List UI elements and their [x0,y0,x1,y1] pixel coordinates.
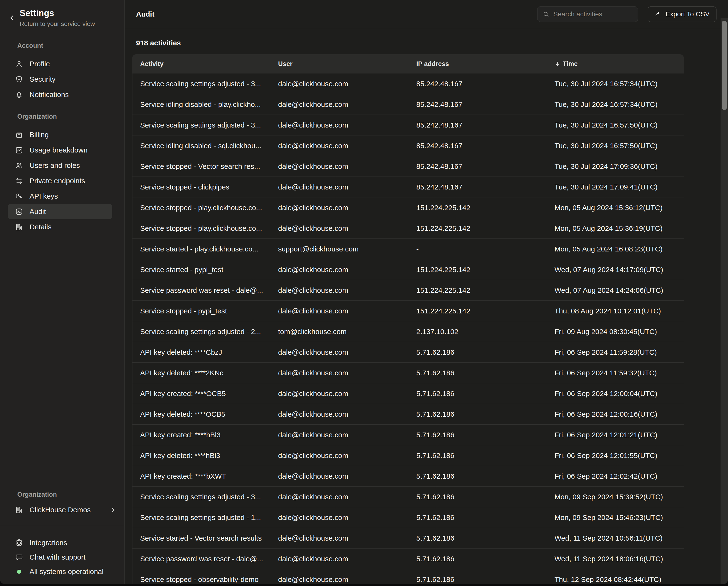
settings-title: Settings [20,8,95,18]
cell-activity: API key created: ****OCB5 [140,390,278,398]
sidebar-item-users-and-roles[interactable]: Users and roles [8,158,112,173]
cell-ip: 151.224.225.142 [416,224,554,233]
cell-ip: 85.242.48.167 [416,80,554,88]
cell-ip: 5.71.62.186 [416,451,554,460]
cell-activity: Service scaling settings adjusted - 2... [140,327,278,336]
person-icon [15,60,23,68]
cell-time: Tue, 30 Jul 2024 16:57:34(UTC) [554,80,684,88]
cell-activity: Service stopped - play.clickhouse.co... [140,204,278,212]
table-row[interactable]: Service stopped - clickpipesdale@clickho… [132,177,684,197]
cell-user: dale@clickhouse.com [278,224,416,233]
sidebar-item-usage-breakdown[interactable]: Usage breakdown [8,142,112,158]
audit-page: Audit Search activities Export To CSV 91… [125,0,728,584]
sidebar-item-label: Profile [29,60,50,68]
table-row[interactable]: Service scaling settings adjusted - 3...… [132,115,684,136]
vertical-scrollbar-track[interactable] [721,18,728,584]
table-row[interactable]: Service started - play.clickhouse.co...s… [132,239,684,260]
cell-time: Fri, 06 Sep 2024 12:02:42(UTC) [554,472,684,480]
table-row[interactable]: Service stopped - Vector search res...da… [132,156,684,177]
sidebar-item-label: Billing [29,131,49,139]
footer-item-label: All systems operational [29,567,103,576]
cell-ip: 5.71.62.186 [416,555,554,563]
back-chevron-icon[interactable] [9,15,15,22]
table-row[interactable]: API key deleted: ****2KNcdale@clickhouse… [132,363,684,383]
table-row[interactable]: API key deleted: ****CbzJdale@clickhouse… [132,342,684,363]
table-row[interactable]: Service scaling settings adjusted - 3...… [132,73,684,94]
cell-activity: API key deleted: ****hBl3 [140,451,278,460]
cell-user: tom@clickhouse.com [278,327,416,336]
table-row[interactable]: Service started - pypi_testdale@clickhou… [132,260,684,280]
table-row[interactable]: Service stopped - play.clickhouse.co...d… [132,197,684,218]
table-row[interactable]: Service scaling settings adjusted - 2...… [132,321,684,342]
table-row[interactable]: Service idling disabled - play.clickho..… [132,94,684,115]
cell-activity: API key deleted: ****OCB5 [140,410,278,418]
search-placeholder: Search activities [553,10,602,18]
cell-activity: API key deleted: ****CbzJ [140,348,278,357]
cell-ip: 2.137.10.102 [416,327,554,336]
audit-content: 918 activities Activity User IP address … [125,39,728,584]
sort-arrow-down-icon [554,61,561,67]
cell-time: Wed, 11 Sep 2024 10:56:11(UTC) [554,534,684,542]
column-header-activity[interactable]: Activity [140,60,278,68]
cell-activity: Service stopped - pypi_test [140,307,278,315]
cell-user: dale@clickhouse.com [278,286,416,294]
column-header-user[interactable]: User [278,60,416,68]
chat-bubble-icon [15,553,23,562]
sidebar-item-private-endpoints[interactable]: Private endpoints [8,173,112,189]
table-row[interactable]: API key created: ****bXWTdale@clickhouse… [132,466,684,487]
sidebar-item-billing[interactable]: Billing [8,127,112,142]
organization-name: ClickHouse Demos [29,506,91,514]
table-row[interactable]: Service idling disabled - sql.clickhou..… [132,136,684,156]
cell-ip: 85.242.48.167 [416,121,554,129]
sidebar-item-audit[interactable]: Audit [8,204,112,219]
audit-table: Activity User IP address Time Service sc… [132,54,684,584]
table-row[interactable]: Service stopped - play.clickhouse.co...d… [132,218,684,239]
table-row[interactable]: Service scaling settings adjusted - 3...… [132,487,684,507]
table-row[interactable]: Service scaling settings adjusted - 1...… [132,507,684,528]
sidebar-item-details[interactable]: Details [8,219,112,235]
column-header-ip[interactable]: IP address [416,60,554,68]
table-row[interactable]: API key created: ****hBl3dale@clickhouse… [132,424,684,445]
cell-ip: - [416,245,554,253]
table-row[interactable]: Service stopped - observability-demodale… [132,569,684,584]
vertical-scrollbar-thumb[interactable] [722,21,727,110]
sidebar-nav: AccountProfileSecurityNotificationsOrgan… [0,28,124,235]
cell-user: dale@clickhouse.com [278,369,416,377]
table-row[interactable]: API key created: ****OCB5dale@clickhouse… [132,383,684,404]
cell-time: Mon, 09 Sep 2024 15:46:23(UTC) [554,513,684,522]
sidebar-item-api-keys[interactable]: API keys [8,189,112,204]
building-icon [15,223,23,231]
column-header-time[interactable]: Time [554,60,684,68]
sidebar-bottom: Organization ClickHouse Demos Integratio… [0,491,124,584]
cell-activity: Service started - pypi_test [140,266,278,274]
cell-user: dale@clickhouse.com [278,513,416,522]
organization-switcher[interactable]: ClickHouse Demos [8,502,116,517]
cell-time: Fri, 06 Sep 2024 12:01:55(UTC) [554,451,684,460]
table-row[interactable]: API key deleted: ****hBl3dale@clickhouse… [132,445,684,466]
sidebar-item-security[interactable]: Security [8,72,112,87]
table-row[interactable]: API key deleted: ****OCB5dale@clickhouse… [132,404,684,424]
cell-time: Thu, 08 Aug 2024 10:12:01(UTC) [554,307,684,315]
table-row[interactable]: Service password was reset - dale@...dal… [132,280,684,301]
footer-item-integrations[interactable]: Integrations [8,536,116,550]
cell-user: dale@clickhouse.com [278,390,416,398]
sidebar-item-profile[interactable]: Profile [8,56,112,72]
cell-ip: 85.242.48.167 [416,142,554,150]
section-label-organization: Organization [0,113,124,120]
table-row[interactable]: Service started - Vector search resultsd… [132,528,684,548]
return-link[interactable]: Return to your service view [20,20,95,28]
search-input[interactable]: Search activities [537,6,638,22]
footer-item-label: Integrations [29,539,67,547]
building-icon [15,506,23,514]
table-row[interactable]: Service password was reset - dale@...dal… [132,548,684,569]
cell-time: Fri, 06 Sep 2024 12:00:04(UTC) [554,390,684,398]
cell-time: Tue, 30 Jul 2024 17:09:41(UTC) [554,183,684,191]
table-header-row: Activity User IP address Time [132,54,684,73]
export-to-csv-button[interactable]: Export To CSV [648,6,717,22]
cell-activity: API key created: ****hBl3 [140,431,278,439]
sidebar-item-notifications[interactable]: Notifications [8,87,112,102]
table-row[interactable]: Service stopped - pypi_testdale@clickhou… [132,301,684,321]
footer-item-all-systems-operational[interactable]: All systems operational [8,564,116,579]
puzzle-icon [15,539,23,547]
footer-item-chat-with-support[interactable]: Chat with support [8,550,116,564]
